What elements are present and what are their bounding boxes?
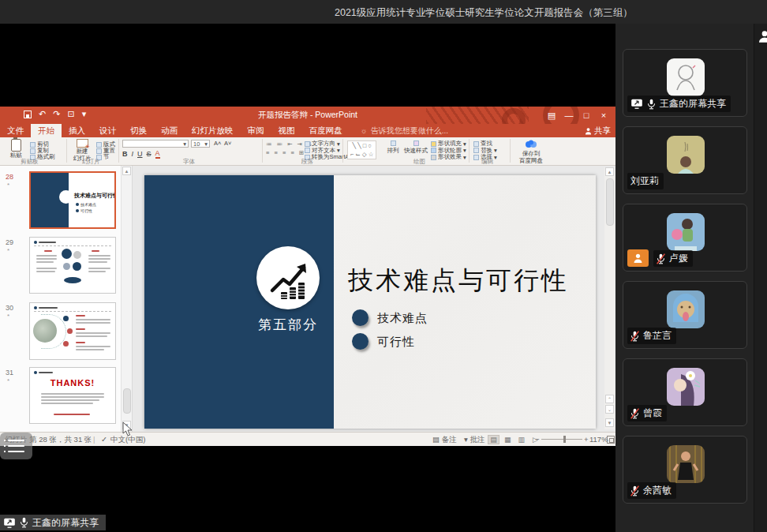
group-label-paragraph: 段落 <box>301 158 313 166</box>
participants-icon <box>758 30 767 43</box>
slide-sorter-view-icon[interactable]: ▦ <box>502 436 514 444</box>
participant-tile[interactable]: 鲁芷言 <box>623 281 747 349</box>
paste-button[interactable]: 粘贴 <box>3 139 28 159</box>
slide-scrollbar[interactable]: ▲ ⌃ ⌄ ▼ <box>604 167 615 429</box>
quick-styles-icon <box>413 140 419 146</box>
scroll-down-icon[interactable]: ▼ <box>605 418 614 427</box>
mic-muted-icon <box>657 253 665 264</box>
thumbnail-slide-30[interactable] <box>29 302 116 360</box>
previous-slide-icon[interactable]: ⌃ <box>605 395 614 403</box>
comments-button[interactable]: ▾ 批注 <box>464 435 485 445</box>
replace-icon <box>473 148 479 153</box>
avatar <box>667 213 705 251</box>
bold-button[interactable]: B <box>122 150 128 158</box>
tab-view[interactable]: 视图 <box>271 124 302 137</box>
participant-name: 余茜敏 <box>643 484 672 497</box>
fit-to-window-button[interactable] <box>607 435 615 444</box>
underline-button[interactable]: U <box>137 150 143 158</box>
text-direction-icon <box>305 141 310 147</box>
zoom-level[interactable]: 117% <box>589 435 608 444</box>
group-label-clipboard: 剪贴板 <box>21 158 39 166</box>
quick-styles-button[interactable]: 快速样式 <box>404 139 428 155</box>
participant-name: 王鑫的屏幕共享 <box>660 97 726 111</box>
participant-tile[interactable]: 王鑫的屏幕共享 <box>623 49 747 117</box>
save-to-baidu-pan-button[interactable]: 保存到 百度网盘 <box>514 140 548 164</box>
tab-slideshow[interactable]: 幻灯片放映 <box>185 124 241 137</box>
arrange-button[interactable]: 排列 <box>384 139 402 155</box>
slide-bullet-dot <box>352 309 369 326</box>
font-name-combobox[interactable]: ▾ <box>122 140 189 148</box>
thumbnail-slide-28[interactable]: 技术难点与可行性 技术难点 可行性 <box>29 171 116 229</box>
animation-star-icon: * <box>7 247 9 254</box>
tab-transitions[interactable]: 切换 <box>123 124 154 137</box>
tab-baidu-pan[interactable]: 百度网盘 <box>302 124 350 137</box>
ribbon-display-options-icon[interactable]: ▤ <box>543 107 560 124</box>
avatar <box>667 445 705 483</box>
close-icon[interactable]: × <box>595 107 612 124</box>
screen-share-status-text: 王鑫的屏幕共享 <box>32 516 99 530</box>
shapes-gallery[interactable]: ╲ ╲ □ ○ ⌐ ⌙ ◇ ☆ <box>347 140 376 159</box>
notes-button[interactable]: ▤ 备注 <box>432 435 457 445</box>
tab-review[interactable]: 审阅 <box>241 124 271 137</box>
tell-me-box[interactable]: ☼ 告诉我您想要做什么... <box>350 124 449 137</box>
ppt-status-bar: 幻灯片 第 28 张，共 31 张 | ✓ 中文(中国) ▤ 备注 ▾ 批注 ▤… <box>0 432 615 446</box>
mic-on-icon <box>20 517 28 528</box>
participant-tile[interactable]: 余茜敏 <box>623 436 747 504</box>
scroll-up-icon[interactable]: ▲ <box>605 167 614 176</box>
zoom-out-button[interactable]: − <box>535 435 540 444</box>
participant-tile[interactable]: 刘亚莉 <box>623 126 747 194</box>
tab-animations[interactable]: 动画 <box>154 124 185 137</box>
new-slide-icon <box>77 139 88 148</box>
screen-share-icon <box>630 99 643 109</box>
minimize-icon[interactable]: — <box>560 107 578 124</box>
next-slide-icon[interactable]: ⌄ <box>605 405 614 414</box>
scroll-up-icon[interactable]: ▲ <box>122 167 131 175</box>
slide-bullet-text: 技术难点 <box>377 311 428 326</box>
scrollbar-thumb[interactable] <box>123 388 131 414</box>
host-badge <box>627 249 649 267</box>
alignment-buttons[interactable]: ≡ ≡ ≡ ≡ ⊞ <box>266 149 305 156</box>
normal-view-icon[interactable]: ▤ <box>488 435 499 444</box>
screen-share-status-label: 王鑫的屏幕共享 <box>0 515 106 530</box>
find-icon <box>473 141 479 147</box>
annotation-toolbar-button[interactable] <box>0 433 32 459</box>
tab-design[interactable]: 设计 <box>92 124 123 137</box>
reading-view-icon[interactable]: ▥ <box>515 436 527 444</box>
strikethrough-button[interactable]: S <box>147 150 152 158</box>
participant-tile[interactable]: 曾霞 <box>623 358 747 426</box>
font-size-combobox[interactable]: 10▾ <box>191 140 210 148</box>
shape-effects-button[interactable]: 形状效果▾ <box>431 153 466 161</box>
tab-file[interactable]: 文件 <box>0 124 31 137</box>
scrollbar-thumb[interactable] <box>606 178 614 226</box>
shrink-font-button[interactable]: A˅ <box>224 140 231 147</box>
clipboard-icon <box>11 139 21 152</box>
grow-font-button[interactable]: A˄ <box>214 140 221 147</box>
font-color-button[interactable]: A <box>155 149 160 159</box>
participant-tile[interactable]: 卢媛 <box>623 204 747 272</box>
avatar <box>667 136 705 174</box>
share-button[interactable]: 共享 <box>585 124 611 137</box>
lightbulb-icon: ☼ <box>361 124 368 137</box>
italic-button[interactable]: I <box>132 150 134 158</box>
ppt-title-bar[interactable]: ↶ ↷ ⊡ ▾ 开题报告答辩 - PowerPoint ▤ — □ × <box>0 107 615 124</box>
zoom-slider-thumb[interactable] <box>563 436 566 443</box>
tab-home[interactable]: 开始 <box>31 124 62 137</box>
spell-check-icon[interactable]: ✓ <box>101 435 107 444</box>
ribbon: 粘贴 剪切 复制 格式刷 剪贴板 新建 幻灯片 版式 重置 节 幻灯片 ▾ 10… <box>0 137 615 166</box>
maximize-icon[interactable]: □ <box>578 107 595 124</box>
current-slide[interactable]: 第五部分 技术难点与可行性 技术难点 可行性 <box>144 175 596 429</box>
avatar <box>667 368 705 406</box>
tab-insert[interactable]: 插入 <box>62 124 92 137</box>
slide-thumbnail-panel[interactable]: 28 * 技术难点与可行性 技术难点 可行性 29 * <box>0 166 133 432</box>
thumbnail-scrollbar[interactable]: ▲ ▼ <box>121 166 132 432</box>
thumbnail-slide-31[interactable]: THANKS! <box>29 367 116 424</box>
ppt-content-area: 28 * 技术难点与可行性 技术难点 可行性 29 * <box>0 166 615 432</box>
slide-bullet-dot <box>352 333 369 350</box>
zoom-slider-track[interactable] <box>541 439 582 440</box>
zoom-in-button[interactable]: + <box>584 435 589 444</box>
sidebar-collapse-strip[interactable] <box>754 24 767 532</box>
align-text-icon <box>305 148 310 153</box>
thumbnail-slide-29[interactable] <box>29 237 116 294</box>
slide-bullet-text: 可行性 <box>377 335 415 350</box>
animation-star-icon: * <box>7 313 9 320</box>
